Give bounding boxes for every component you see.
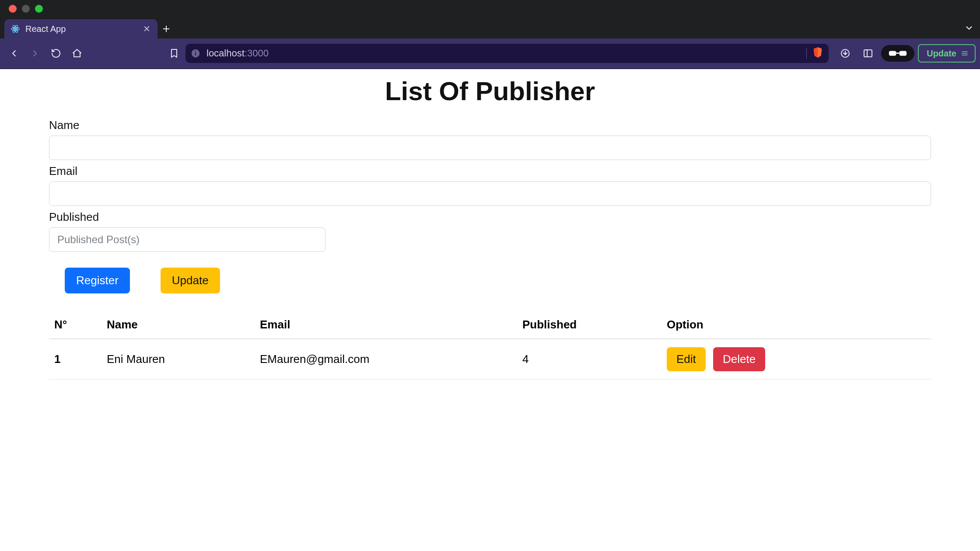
tab-close-icon[interactable]: ✕ — [143, 24, 150, 34]
cell-option: Edit Delete — [662, 339, 931, 380]
back-button[interactable] — [4, 44, 24, 63]
update-button[interactable]: Update — [161, 268, 220, 293]
cell-published: 4 — [517, 339, 662, 380]
svg-point-0 — [14, 28, 16, 30]
home-button[interactable] — [67, 44, 87, 63]
react-icon — [10, 24, 20, 34]
cell-email: EMauren@gmail.com — [255, 339, 517, 380]
tab-strip: React App ✕ — [0, 17, 980, 38]
form-container: Name Email Published Register Update N° … — [0, 119, 980, 380]
page-title: List Of Publisher — [0, 76, 980, 106]
brave-shield-icon[interactable] — [812, 47, 823, 60]
table-row: 1 Eni Mauren EMauren@gmail.com 4 Edit De… — [49, 339, 931, 380]
address-bar[interactable]: localhost:3000 — [186, 44, 829, 63]
name-input[interactable] — [49, 136, 931, 160]
site-info-icon[interactable] — [191, 49, 200, 58]
published-label: Published — [49, 210, 931, 224]
address-text: localhost:3000 — [206, 48, 269, 59]
th-num: N° — [49, 311, 102, 339]
reload-button[interactable] — [46, 44, 66, 63]
window-close-button[interactable] — [9, 5, 17, 13]
table-header-row: N° Name Email Published Option — [49, 311, 931, 339]
cell-num: 1 — [49, 339, 102, 380]
new-tab-button[interactable] — [158, 19, 175, 38]
browser-tab[interactable]: React App ✕ — [4, 19, 158, 38]
published-input[interactable] — [49, 227, 326, 252]
forward-button[interactable] — [25, 44, 45, 63]
address-port: :3000 — [245, 48, 269, 59]
form-buttons: Register Update — [65, 268, 931, 293]
browser-toolbar: localhost:3000 Update — [0, 38, 980, 69]
tabs-menu-button[interactable] — [964, 23, 974, 35]
svg-rect-8 — [864, 50, 872, 57]
address-separator — [806, 48, 807, 59]
svg-rect-10 — [889, 51, 896, 56]
address-host: localhost — [206, 48, 245, 59]
th-option: Option — [662, 311, 931, 339]
window-maximize-button[interactable] — [35, 5, 43, 13]
cell-name: Eni Mauren — [102, 339, 255, 380]
delete-button[interactable]: Delete — [713, 347, 765, 371]
svg-rect-12 — [896, 52, 900, 54]
traffic-lights — [9, 5, 43, 13]
th-published: Published — [517, 311, 662, 339]
browser-update-label: Update — [927, 49, 956, 59]
th-email: Email — [255, 311, 517, 339]
bookmark-button[interactable] — [164, 44, 184, 63]
edit-button[interactable]: Edit — [667, 347, 706, 371]
svg-rect-5 — [195, 52, 196, 55]
tab-title: React App — [25, 24, 138, 34]
th-name: Name — [102, 311, 255, 339]
sidebar-button[interactable] — [858, 44, 878, 63]
publisher-table: N° Name Email Published Option 1 Eni Mau… — [49, 311, 931, 380]
svg-rect-11 — [900, 51, 907, 56]
svg-rect-6 — [195, 51, 196, 52]
window-minimize-button[interactable] — [22, 5, 30, 13]
email-label: Email — [49, 164, 931, 178]
browser-update-button[interactable]: Update — [918, 44, 976, 63]
downloads-button[interactable] — [836, 44, 855, 63]
register-button[interactable]: Register — [65, 268, 130, 293]
menu-icon — [961, 49, 969, 57]
window-titlebar — [0, 0, 980, 17]
name-label: Name — [49, 119, 931, 132]
page-content: List Of Publisher Name Email Published R… — [0, 69, 980, 380]
email-input[interactable] — [49, 181, 931, 206]
private-mode-indicator[interactable] — [881, 45, 914, 62]
sunglasses-icon — [888, 49, 907, 58]
